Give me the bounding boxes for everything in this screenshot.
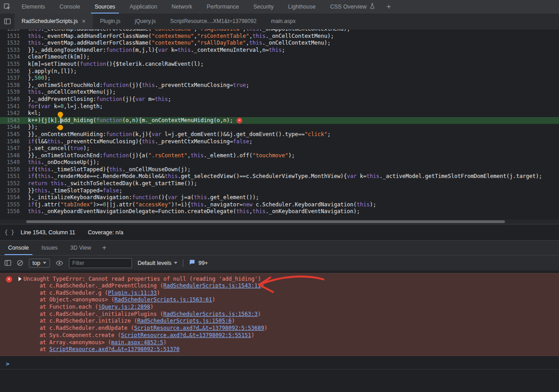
tab-label: Lighthouse xyxy=(288,4,316,10)
line-number[interactable]: 1544 xyxy=(0,124,26,131)
line-number[interactable]: 1534 xyxy=(0,54,26,61)
line-number[interactable]: 1556 xyxy=(0,208,26,215)
stack-location-link[interactable]: Plugin.js:11:33 xyxy=(108,290,157,296)
stack-location-link[interactable]: RadSchedulerScripts.js:1505:6 xyxy=(137,318,232,324)
flask-icon xyxy=(370,3,375,10)
code-line: 1539this._onCellContextMenu(j); xyxy=(0,89,559,96)
stack-location-link[interactable]: ScriptResource.axd?d…&t=13798092:5:55151 xyxy=(121,332,251,338)
file-tab-jquery-js[interactable]: jQuery.js xyxy=(127,14,163,29)
line-error-badge-icon[interactable]: × xyxy=(236,118,242,123)
log-levels-label: Default levels xyxy=(137,260,171,266)
line-number[interactable]: 1545 xyxy=(0,131,26,138)
line-number[interactable]: 1532 xyxy=(0,40,26,47)
line-number[interactable]: 1533 xyxy=(0,47,26,54)
drawer-tab-console[interactable]: Console xyxy=(2,241,35,255)
line-number[interactable]: 1549 xyxy=(0,159,26,166)
stack-location-link[interactable]: RadSchedulerScripts.js:1543:11 xyxy=(163,283,261,289)
main-tab-css-overview[interactable]: CSS Overview xyxy=(323,0,382,14)
main-tab-security[interactable]: Security xyxy=(246,0,281,14)
code-editor[interactable]: 1530this._eventMap.addHandlerForClassNam… xyxy=(0,29,559,219)
main-tab-console[interactable]: Console xyxy=(52,0,87,14)
chevron-down-icon xyxy=(174,262,177,264)
line-number[interactable]: 1548 xyxy=(0,152,26,160)
line-number[interactable]: 1555 xyxy=(0,201,26,209)
horizontal-scrollbar[interactable] xyxy=(0,219,559,224)
close-tab-icon[interactable]: × xyxy=(82,18,86,24)
line-number[interactable]: 1539 xyxy=(0,89,26,96)
console-sidebar-icon[interactable] xyxy=(5,260,11,266)
code-line-text: }},_onTimeSlotTouchEnd:function(j){a(".r… xyxy=(26,152,295,160)
stack-frame: at c.RadScheduler._initializePlugins (Ra… xyxy=(18,311,268,318)
main-tab-elements[interactable]: Elements xyxy=(14,0,52,14)
navigator-panel-icon[interactable] xyxy=(0,14,14,29)
file-tab-plugin-js[interactable]: Plugin.js xyxy=(93,14,127,29)
main-tab-performance[interactable]: Performance xyxy=(200,0,246,14)
line-number[interactable]: 1554 xyxy=(0,194,26,201)
file-tab-main-aspx[interactable]: main.aspx xyxy=(264,14,303,29)
stack-location-link[interactable]: RadSchedulerScripts.js:1563:61 xyxy=(114,296,212,303)
line-number[interactable]: 1546 xyxy=(0,138,26,146)
stack-location-link[interactable]: jQuery.js:2:2898 xyxy=(98,304,150,310)
code-line: 1538},_onTimeSlotTouchHold:function(j){t… xyxy=(0,82,559,89)
line-number[interactable]: 1530 xyxy=(0,29,26,33)
log-levels-dropdown[interactable]: Default levels xyxy=(137,260,177,266)
line-number[interactable]: 1536 xyxy=(0,68,26,75)
line-number[interactable]: 1543 xyxy=(0,117,26,124)
console-filter-input[interactable] xyxy=(69,258,132,268)
code-line-text: this._onCellContextMenu(j); xyxy=(26,89,116,96)
issues-counter[interactable]: 99+ xyxy=(189,259,208,267)
clear-console-icon[interactable] xyxy=(17,260,23,266)
line-number[interactable]: 1547 xyxy=(0,145,26,152)
line-number[interactable]: 1538 xyxy=(0,82,26,89)
code-lines: 1530this._eventMap.addHandlerForClassNam… xyxy=(0,29,559,215)
file-tab-scriptresource-xm1-t-13798092[interactable]: ScriptResource....XM1&t=13798092 xyxy=(163,14,264,29)
pretty-print-button[interactable]: { } xyxy=(5,229,14,236)
line-number[interactable]: 1542 xyxy=(0,110,26,117)
cursor-position-label: Line 1543, Column 11 xyxy=(21,229,75,236)
add-drawer-tab-button[interactable]: + xyxy=(97,241,111,255)
main-tab-network[interactable]: Network xyxy=(164,0,200,14)
live-expression-eye-icon[interactable] xyxy=(55,260,64,266)
drawer-tab-issues[interactable]: Issues xyxy=(35,241,64,255)
drawer-tab-3d-view[interactable]: 3D View xyxy=(64,241,97,255)
main-tab-sources[interactable]: Sources xyxy=(87,0,123,14)
line-number[interactable]: 1551 xyxy=(0,173,26,180)
tab-label: CSS Overview xyxy=(330,4,367,10)
expand-triangle-icon[interactable] xyxy=(18,277,22,281)
line-number[interactable]: 1552 xyxy=(0,180,26,187)
error-icon: × xyxy=(6,276,12,283)
stack-location-link[interactable]: ScriptResource.axd?d…&t=13798092:5:51370 xyxy=(50,346,180,352)
main-tabbar-tabs: ElementsConsoleSourcesApplicationNetwork… xyxy=(14,0,382,14)
console-output: × Uncaught TypeError: Cannot read proper… xyxy=(0,270,559,392)
code-line-text: j.set_cancel(true); xyxy=(26,145,90,152)
line-number[interactable]: 1531 xyxy=(0,33,26,40)
code-line-text: this._onKeyboardEventNavigationDelegate=… xyxy=(26,208,360,215)
line-number[interactable]: 1553 xyxy=(0,187,26,195)
line-number[interactable]: 1535 xyxy=(0,61,26,68)
devtools-window: ElementsConsoleSourcesApplicationNetwork… xyxy=(0,0,559,392)
main-tab-lighthouse[interactable]: Lighthouse xyxy=(281,0,323,14)
stack-location-link[interactable]: main.aspx:4852:5 xyxy=(111,339,164,346)
code-line: 1546if(l&&this._preventCtxMenuClosing){t… xyxy=(0,138,559,146)
main-tab-application[interactable]: Application xyxy=(123,0,164,14)
context-selector-dropdown[interactable]: top xyxy=(29,259,50,268)
stack-frame: at Object.<anonymous> (RadSchedulerScrip… xyxy=(18,296,268,304)
line-number[interactable]: 1537 xyxy=(0,75,26,82)
code-line-text: },500); xyxy=(26,75,51,82)
line-number[interactable]: 1541 xyxy=(0,103,26,110)
inspect-element-icon[interactable] xyxy=(0,0,14,14)
scrollbar-thumb[interactable] xyxy=(26,220,505,223)
line-number[interactable]: 1540 xyxy=(0,96,26,103)
tab-label: Network xyxy=(172,4,192,10)
stack-location-link[interactable]: RadSchedulerScripts.js:1563:3 xyxy=(163,311,258,317)
code-line-text: }},_addLongTouchHandler:function(m,j,l){… xyxy=(26,47,285,54)
code-line: 1550if(this._timeSlotTapped){this._onCel… xyxy=(0,166,559,173)
tab-label: Sources xyxy=(95,4,115,10)
text-caret xyxy=(60,118,61,123)
stack-location-link[interactable]: ScriptResource.axd?d…&t=13798092:5:53689 xyxy=(134,325,264,331)
file-tab-radschedulerscripts-js[interactable]: RadSchedulerScripts.js× xyxy=(14,14,93,29)
tab-label: jQuery.js xyxy=(135,18,155,24)
console-prompt[interactable]: > xyxy=(0,359,559,369)
line-number[interactable]: 1550 xyxy=(0,166,26,173)
more-panels-button[interactable]: + xyxy=(382,0,395,14)
